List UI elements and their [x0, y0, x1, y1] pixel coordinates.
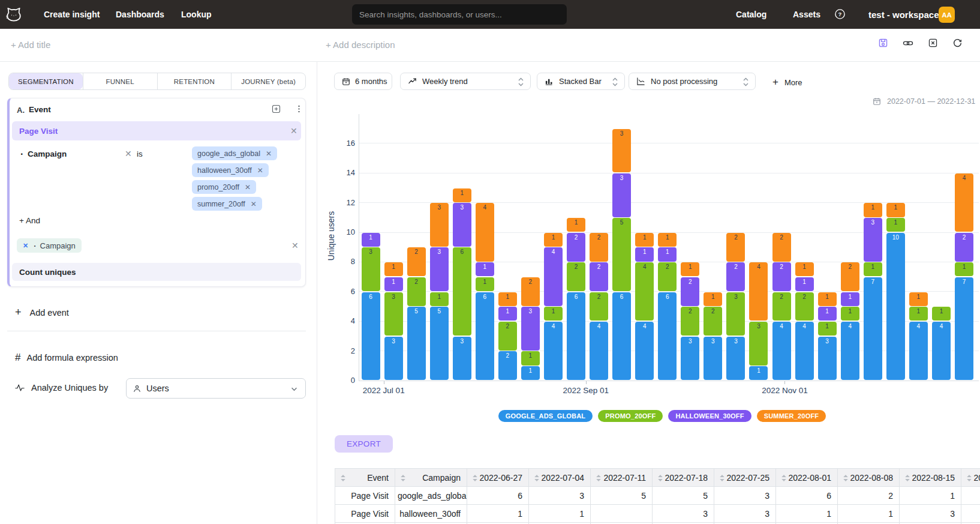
bar-segment[interactable]	[886, 233, 905, 381]
nav-lookup[interactable]: Lookup	[181, 0, 212, 29]
sort-icon[interactable]	[719, 474, 725, 482]
export-button[interactable]: EXPORT	[335, 435, 393, 453]
bar-segment[interactable]	[612, 292, 631, 381]
add-description-placeholder[interactable]: + Add description	[326, 40, 395, 50]
selected-event-row[interactable]: Page Visit	[12, 121, 301, 140]
add-filter-icon[interactable]	[271, 104, 281, 114]
sort-icon[interactable]	[340, 474, 346, 482]
save-icon[interactable]	[878, 38, 888, 48]
remove-value-icon[interactable]: ✕	[245, 183, 251, 191]
time-window-button[interactable]: 6 months	[334, 73, 392, 90]
aggregation-row[interactable]: Count uniques	[12, 263, 301, 281]
tab-journey-beta-[interactable]: JOURNEY (beta)	[231, 73, 305, 89]
table-header-cell[interactable]: Event	[335, 469, 395, 487]
filter-property[interactable]: Campaign	[28, 149, 67, 158]
bar-segment[interactable]	[476, 292, 494, 381]
bar-segment[interactable]	[955, 173, 973, 232]
remove-event-icon[interactable]: ✕	[290, 126, 297, 136]
copy-link-icon[interactable]	[903, 38, 913, 48]
filter-value-chip[interactable]: halloween_30off✕	[192, 163, 269, 177]
add-and-condition[interactable]: + And	[19, 216, 40, 225]
kebab-menu-icon[interactable]	[294, 104, 304, 114]
bar-segment[interactable]	[453, 247, 471, 336]
bar-segment[interactable]	[635, 322, 654, 380]
breakdown-chip[interactable]: ✕ · Campaign	[17, 238, 82, 253]
bar-segment[interactable]	[567, 292, 585, 381]
analyze-by-select[interactable]: Users	[126, 378, 306, 399]
bar-segment[interactable]	[362, 292, 380, 381]
bar-segment[interactable]	[430, 307, 449, 380]
bar-segment[interactable]	[841, 322, 859, 380]
post-processing-select[interactable]: No post processing	[629, 73, 756, 90]
nav-catalog[interactable]: Catalog	[736, 0, 766, 29]
legend-pill[interactable]: PROMO_20OFF	[598, 410, 663, 422]
legend-pill[interactable]: GOOGLE_ADS_GLOBAL	[498, 410, 593, 422]
bar-segment[interactable]	[476, 203, 494, 261]
table-header-cell[interactable]: 2022-08-22	[961, 469, 980, 487]
add-title-placeholder[interactable]: + Add title	[11, 40, 50, 50]
filter-value-chip[interactable]: promo_20off✕	[192, 180, 256, 194]
table-header-cell[interactable]: 2022-07-04	[529, 469, 591, 487]
avatar[interactable]: AA	[939, 7, 955, 23]
remove-value-icon[interactable]: ✕	[266, 149, 272, 158]
bar-segment[interactable]	[772, 322, 791, 380]
sort-icon[interactable]	[843, 474, 849, 482]
table-header-cell[interactable]: 2022-07-11	[591, 469, 653, 487]
remove-filter-icon[interactable]: ✕	[125, 149, 132, 158]
mitzu-logo-cat-icon[interactable]	[5, 6, 22, 23]
more-button[interactable]: + More	[772, 76, 802, 88]
bar-segment[interactable]	[909, 322, 928, 380]
legend-pill[interactable]: HALLOWEEN_30OFF	[668, 410, 751, 422]
remove-value-icon[interactable]: ✕	[251, 200, 257, 208]
date-range-display[interactable]: 2022-07-01 — 2022-12-31	[873, 97, 975, 106]
table-header-cell[interactable]: 2022-07-18	[653, 469, 714, 487]
sort-icon[interactable]	[596, 474, 602, 482]
bar-segment[interactable]	[544, 322, 563, 380]
tab-segmentation[interactable]: SEGMENTATION	[9, 73, 83, 89]
filter-operator[interactable]: is	[137, 149, 143, 158]
nav-create-insight[interactable]: Create insight	[44, 0, 100, 29]
bar-segment[interactable]	[795, 322, 814, 380]
table-header-cell[interactable]: 2022-06-27	[467, 469, 529, 487]
bar-segment[interactable]	[864, 277, 882, 380]
sort-icon[interactable]	[781, 474, 787, 482]
table-header-cell[interactable]: 2022-07-25	[714, 469, 776, 487]
table-header-cell[interactable]: 2022-08-01	[776, 469, 838, 487]
nav-dashboards[interactable]: Dashboards	[116, 0, 164, 29]
bar-segment[interactable]	[955, 277, 973, 380]
bar-segment[interactable]	[635, 262, 654, 321]
search-input[interactable]	[352, 4, 567, 25]
table-header-cell[interactable]: 2022-08-15	[900, 469, 961, 487]
refresh-icon[interactable]	[952, 38, 963, 48]
sort-icon[interactable]	[966, 474, 972, 482]
bar-segment[interactable]	[544, 247, 563, 306]
remove-breakdown-row-icon[interactable]: ✕	[291, 241, 299, 250]
filter-value-chip[interactable]: summer_20off✕	[192, 197, 262, 211]
table-header-cell[interactable]: Campaign	[395, 469, 467, 487]
remove-breakdown-icon[interactable]: ✕	[23, 242, 28, 250]
sort-icon[interactable]	[472, 474, 478, 482]
chart-type-select[interactable]: Stacked Bar	[537, 73, 625, 90]
table-header-cell[interactable]: 2022-08-08	[838, 469, 900, 487]
bar-segment[interactable]	[749, 262, 768, 321]
add-event-button[interactable]: + Add event	[15, 306, 69, 319]
sort-icon[interactable]	[534, 474, 540, 482]
workspace-name[interactable]: test - workspace	[868, 0, 939, 29]
filter-value-chip[interactable]: google_ads_global✕	[192, 146, 277, 160]
sort-icon[interactable]	[904, 474, 910, 482]
trend-select[interactable]: Weekly trend	[400, 73, 531, 90]
bar-segment[interactable]	[407, 307, 426, 380]
help-icon[interactable]: ?	[835, 9, 845, 19]
tab-funnel[interactable]: FUNNEL	[83, 73, 157, 89]
tab-retention[interactable]: RETENTION	[157, 73, 232, 89]
add-formula-button[interactable]: # Add formula expression	[15, 352, 118, 364]
sort-icon[interactable]	[400, 474, 406, 482]
sort-icon[interactable]	[657, 474, 663, 482]
remove-value-icon[interactable]: ✕	[257, 166, 263, 175]
bar-segment[interactable]	[658, 292, 677, 381]
legend-pill[interactable]: SUMMER_20OFF	[757, 410, 826, 422]
bar-segment[interactable]	[612, 218, 631, 291]
nav-assets[interactable]: Assets	[793, 0, 820, 29]
bar-segment[interactable]	[932, 322, 951, 380]
bar-segment[interactable]	[590, 322, 608, 380]
